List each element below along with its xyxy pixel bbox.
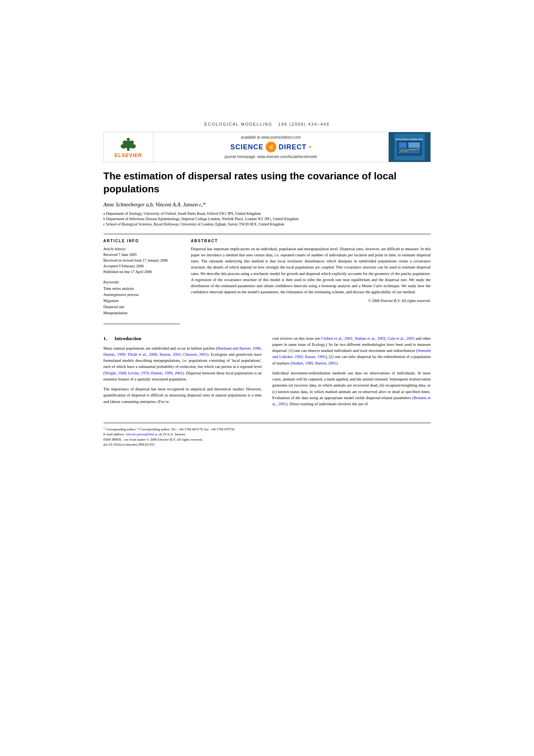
ref-thrall[interactable]: Thrall et al., 2000: [128, 352, 157, 356]
tel-fax: * Corresponding author. Tel.: +44 1784 4…: [137, 427, 235, 431]
affiliations: a Department of Zoology, University of O…: [104, 211, 431, 227]
ref-slatkin[interactable]: Slatkin, 1985: [292, 361, 313, 365]
article-info-content: Article history: Received 7 June 2005 Re…: [104, 246, 180, 275]
email-label: E-mail address:: [104, 432, 125, 436]
ref-husband-barrett[interactable]: Husband and Barrett, 1996: [217, 346, 261, 350]
corresponding-note: * Corresponding author. * Corresponding …: [104, 426, 431, 432]
sd-letter: d: [269, 144, 273, 150]
svg-point-2: [121, 144, 127, 149]
journal-url: journal homepage: www.elsevier.com/locat…: [225, 155, 317, 159]
footer-notes: * Corresponding author. * Corresponding …: [104, 423, 431, 448]
keyword-1: Time series analysis: [104, 286, 180, 292]
journal-header: ECOLOGICAL MODELLING 196 (2006) 434–446: [104, 122, 431, 132]
article-info-heading: ARTICLE INFO: [104, 239, 180, 243]
ref-stenseth[interactable]: Stenseth and Lidicker, 1992: [273, 348, 431, 359]
direct-text: DIRECT: [279, 143, 306, 151]
keyword-4: Dispersal rate: [104, 304, 180, 310]
section1-title: Introduction: [115, 336, 142, 341]
accepted: Accepted 9 February 2006: [104, 263, 180, 269]
cover-art-icon: [397, 141, 422, 156]
body-col-left: 1. Introduction Many natural populations…: [104, 336, 262, 411]
section1-heading: 1. Introduction: [104, 336, 262, 342]
author-email[interactable]: vincent.jansen@rhul.ac.uk: [126, 432, 162, 436]
elsevier-logo: ELSEVIER: [115, 136, 142, 158]
sd-dot: •: [309, 143, 311, 151]
abstract-copyright: © 2006 Elsevier B.V. All rights reserved…: [191, 299, 431, 303]
affiliation-b: b Department of Infectious Disease Epide…: [104, 216, 431, 222]
email-note: E-mail address: vincent.jansen@rhul.ac.u…: [104, 432, 431, 437]
top-whitespace: [0, 0, 534, 122]
journal-volume: 196 (2006) 434–446: [278, 122, 330, 126]
em-cover-thumbnail: ECOLOGICAL MODELLING: [394, 134, 425, 160]
section1-col1-para2: The importance of dispersal has been rec…: [104, 386, 262, 405]
abstract-heading: ABSTRACT: [191, 239, 431, 243]
email-suffix: (V.A.A. Jansen).: [163, 432, 186, 436]
svg-rect-10: [408, 142, 420, 148]
ref-levins[interactable]: Levins, 1970: [128, 371, 149, 375]
ref-nathan[interactable]: Nathan et al., 2003: [355, 336, 386, 340]
journal-title-line: ECOLOGICAL MODELLING 196 (2006) 434–446: [104, 122, 431, 126]
journal-name: ECOLOGICAL MODELLING: [204, 122, 273, 126]
body-two-col: 1. Introduction Many natural populations…: [104, 336, 431, 411]
section1-col2-para1: cent reviews on this issue see Clobert e…: [273, 336, 431, 366]
left-col-divider: [104, 324, 180, 324]
keyword-5: Metapopulation: [104, 310, 180, 316]
affiliation-c: c School of Biological Sciences, Royal H…: [104, 222, 431, 227]
elsevier-tree-icon: [117, 136, 140, 152]
and-text: and: [416, 336, 421, 340]
keyword-3: Migration: [104, 298, 180, 304]
authors-line: Anne Schneeberger a,b, Vincent A.A. Jans…: [104, 202, 431, 208]
keyword-2: Autoregressive process: [104, 292, 180, 298]
keywords-section: Keywords: Time series analysis Autoregre…: [104, 280, 180, 316]
corresponding-label: Corresponding author.: [105, 427, 136, 431]
ref-barton-2001b[interactable]: Barton, 2001: [315, 361, 336, 365]
article-info-abstract-row: ARTICLE INFO Article history: Received 7…: [104, 239, 431, 329]
ref-wright[interactable]: Wright, 1940: [105, 371, 126, 375]
svg-point-5: [129, 141, 134, 144]
banner-right: ECOLOGICAL MODELLING: [389, 132, 430, 162]
received-revised: Received in revised form 17 January 2006: [104, 257, 180, 263]
svg-point-4: [123, 141, 128, 144]
abstract-text: Dispersal has important implications on …: [191, 246, 431, 296]
article-title: The estimation of dispersal rates using …: [104, 170, 431, 196]
ref-hanski-2001[interactable]: 2001: [175, 371, 183, 375]
abstract-column: ABSTRACT Dispersal has important implica…: [191, 239, 431, 329]
sd-circle-icon: d: [266, 142, 276, 152]
received-1: Received 7 June 2005: [104, 252, 180, 257]
keywords-label: Keywords:: [104, 280, 180, 284]
page: ECOLOGICAL MODELLING 196 (2006) 434–446: [0, 0, 534, 756]
doi-note: doi:10.1016/j.ecolmodel.2006.02.031: [104, 442, 431, 448]
history-label: Article history:: [104, 246, 180, 252]
svg-rect-7: [127, 141, 129, 144]
ref-hanski-1999b[interactable]: Hanski, 1999: [151, 371, 172, 375]
ref-hanski-1999[interactable]: Hanski, 1999: [104, 352, 125, 356]
author-names: Anne Schneeberger a,b, Vincent A.A. Jans…: [104, 202, 206, 208]
svg-point-3: [130, 144, 136, 149]
ref-cain[interactable]: Cain et al., 2003: [387, 336, 414, 340]
banner-row: ELSEVIER available at www.sciencedirect.…: [104, 132, 431, 162]
svg-rect-9: [399, 142, 406, 148]
divider-top: [104, 234, 431, 234]
em-cover-title: ECOLOGICAL MODELLING: [396, 138, 423, 141]
article-info-column: ARTICLE INFO Article history: Received 7…: [104, 239, 180, 329]
svg-point-6: [127, 138, 130, 141]
sciencedirect-logo: SCIENCE d DIRECT •: [230, 142, 311, 152]
ref-bennets[interactable]: Bennets et al., 2001: [273, 396, 431, 406]
affiliation-a: a Department of Zoology, University of O…: [104, 211, 431, 216]
main-content: The estimation of dispersal rates using …: [104, 162, 431, 411]
ref-clobert[interactable]: Clobert et al., 2001: [321, 336, 352, 340]
available-text: available at www.sciencedirect.com: [241, 135, 301, 139]
section1-number: 1.: [104, 336, 107, 341]
section1-col1-para1: Many natural populations are subdivided …: [104, 345, 262, 383]
copyright-note: 0304-3800/$ – see front matter © 2006 El…: [104, 437, 431, 443]
elsevier-banner-left: ELSEVIER: [104, 132, 153, 162]
section1-col2-para2: Individual movement-redistribution metho…: [273, 370, 431, 408]
ref-barton-2001[interactable]: Barton, 2001: [159, 352, 181, 356]
science-text: SCIENCE: [230, 143, 263, 151]
banner-middle: available at www.sciencedirect.com SCIEN…: [153, 132, 389, 162]
ref-chesson[interactable]: Chesson, 2001: [183, 352, 207, 356]
ref-kaiser[interactable]: Kaiser, 1995: [305, 355, 325, 359]
published: Published on line 17 April 2006: [104, 269, 180, 275]
body-col-right: cent reviews on this issue see Clobert e…: [273, 336, 431, 411]
elsevier-text: ELSEVIER: [115, 152, 142, 158]
